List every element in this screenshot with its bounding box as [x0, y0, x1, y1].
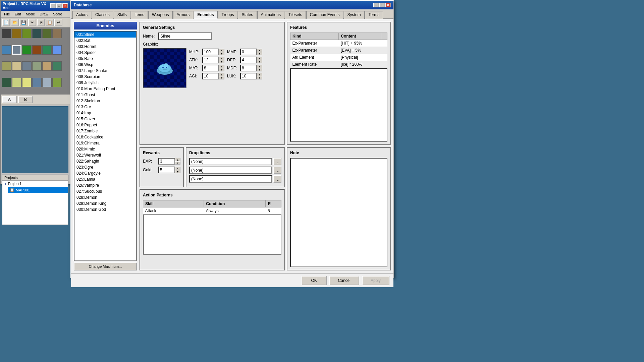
- menu-scale[interactable]: Scale: [51, 11, 64, 17]
- enemy-list-item-006[interactable]: 006:Wisp: [74, 62, 136, 68]
- enemy-list-item-003[interactable]: 003:Hornet: [74, 44, 136, 50]
- mdf-input[interactable]: [240, 65, 257, 71]
- ok-button[interactable]: OK: [302, 276, 327, 285]
- note-textarea[interactable]: [290, 158, 387, 267]
- tab-system[interactable]: System: [344, 11, 365, 19]
- drop-item-3-btn[interactable]: …: [273, 175, 281, 183]
- tab-weapons[interactable]: Weapons: [148, 11, 172, 19]
- gold-up[interactable]: ▲: [175, 167, 180, 170]
- def-input[interactable]: [240, 57, 257, 63]
- menu-edit[interactable]: Edit: [13, 11, 23, 17]
- enemy-list-item-018[interactable]: 018:Cockatrice: [74, 134, 136, 140]
- enemy-list-item-021[interactable]: 021:Werewolf: [74, 152, 136, 158]
- enemy-list-item-005[interactable]: 005:Rate: [74, 56, 136, 62]
- tab-enemies[interactable]: Enemies: [194, 11, 217, 19]
- dialog-close-btn[interactable]: ✕: [385, 3, 391, 7]
- agi-up[interactable]: ▲: [219, 73, 224, 76]
- enemy-list-item-024[interactable]: 024:Gargoyle: [74, 170, 136, 176]
- enemy-list-item-002[interactable]: 002:Bat: [74, 38, 136, 44]
- graphic-area[interactable]: [143, 48, 186, 88]
- gold-down[interactable]: ▼: [175, 170, 180, 173]
- tab-tilesets[interactable]: Tilesets: [285, 11, 306, 19]
- enemy-list-item-013[interactable]: 013:Orc: [74, 104, 136, 110]
- tab-troops[interactable]: Troops: [218, 11, 238, 19]
- map-canvas[interactable]: [2, 106, 68, 173]
- enemy-list-item-016[interactable]: 016:Puppet: [74, 122, 136, 128]
- mmp-input[interactable]: [240, 49, 257, 55]
- drop-item-2-btn[interactable]: …: [273, 167, 281, 174]
- editor-max-btn[interactable]: □: [56, 3, 62, 8]
- enemy-list-item-015[interactable]: 015:Gazer: [74, 116, 136, 122]
- agi-down[interactable]: ▼: [219, 76, 224, 79]
- mhp-down[interactable]: ▼: [219, 52, 224, 55]
- menu-file[interactable]: File: [2, 11, 12, 17]
- exp-down[interactable]: ▼: [175, 161, 180, 165]
- exp-up[interactable]: ▲: [175, 158, 180, 161]
- tab-items[interactable]: Items: [131, 11, 148, 19]
- project-map[interactable]: 📋 MAP001: [8, 187, 68, 193]
- mat-up[interactable]: ▲: [219, 65, 224, 68]
- mdf-down[interactable]: ▼: [257, 68, 262, 71]
- enemy-list-item-026[interactable]: 026:Vampire: [74, 182, 136, 188]
- menu-draw[interactable]: Draw: [38, 11, 50, 17]
- mmp-down[interactable]: ▼: [257, 52, 262, 55]
- atk-input[interactable]: [202, 57, 219, 63]
- toolbar-copy[interactable]: ⎘: [37, 19, 45, 26]
- enemy-list-item-014[interactable]: 014:Imp: [74, 110, 136, 116]
- mhp-up[interactable]: ▲: [219, 49, 224, 52]
- toolbar-paste[interactable]: 📋: [46, 19, 54, 26]
- drop-item-1-input[interactable]: [189, 158, 272, 165]
- ap-empty-area[interactable]: [143, 215, 281, 255]
- def-up[interactable]: ▲: [257, 57, 262, 60]
- enemy-list-item-025[interactable]: 025:Lamia: [74, 176, 136, 182]
- tab-common-events[interactable]: Common Events: [306, 11, 343, 19]
- editor-min-btn[interactable]: ─: [50, 3, 56, 8]
- enemy-list-item-019[interactable]: 019:Chimera: [74, 140, 136, 146]
- mat-down[interactable]: ▼: [219, 68, 224, 71]
- luk-input[interactable]: [240, 73, 257, 79]
- enemy-list-item-009[interactable]: 009:Jellyfish: [74, 80, 136, 86]
- mat-input[interactable]: [202, 65, 219, 71]
- def-down[interactable]: ▼: [257, 60, 262, 63]
- mdf-up[interactable]: ▲: [257, 65, 262, 68]
- luk-down[interactable]: ▼: [257, 76, 262, 79]
- enemy-list-item-008[interactable]: 008:Scorpion: [74, 74, 136, 80]
- luk-up[interactable]: ▲: [257, 73, 262, 76]
- project-root[interactable]: ● Project1: [2, 181, 68, 187]
- dialog-max-btn[interactable]: □: [379, 3, 385, 7]
- tab-terms[interactable]: Terms: [365, 11, 383, 19]
- enemy-list-item-011[interactable]: 011:Ghost: [74, 92, 136, 98]
- atk-down[interactable]: ▼: [219, 60, 224, 63]
- toolbar-open[interactable]: 📂: [11, 19, 19, 26]
- mmp-up[interactable]: ▲: [257, 49, 262, 52]
- atk-up[interactable]: ▲: [219, 57, 224, 60]
- toolbar-cut[interactable]: ✂: [28, 19, 36, 26]
- toolbar-new[interactable]: 📄: [2, 19, 10, 26]
- drop-item-2-input[interactable]: [189, 167, 272, 174]
- menu-mode[interactable]: Mode: [24, 11, 37, 17]
- enemy-list-item-017[interactable]: 017:Zombie: [74, 128, 136, 134]
- tab-animations[interactable]: Animations: [257, 11, 284, 19]
- tile-tab-a[interactable]: A: [2, 96, 17, 103]
- enemy-list-item-010[interactable]: 010:Man-Eating Plant: [74, 86, 136, 92]
- gold-input[interactable]: [158, 167, 175, 173]
- enemy-list[interactable]: 001:Slime002:Bat003:Hornet004:Spider005:…: [74, 31, 137, 261]
- tile-tab-b[interactable]: B: [18, 96, 33, 103]
- tab-states[interactable]: States: [238, 11, 257, 19]
- apply-button[interactable]: Apply: [362, 276, 389, 285]
- enemy-list-item-004[interactable]: 004:Spider: [74, 50, 136, 56]
- enemy-list-item-029[interactable]: 029:Demon King: [74, 200, 136, 206]
- enemy-list-item-012[interactable]: 012:Skeleton: [74, 98, 136, 104]
- drop-item-3-input[interactable]: [189, 175, 272, 183]
- tab-actors[interactable]: Actors: [72, 11, 91, 19]
- change-max-button[interactable]: Change Maximum...: [74, 262, 137, 270]
- editor-close-btn[interactable]: ✕: [62, 3, 68, 8]
- toolbar-undo[interactable]: ↩: [54, 19, 62, 26]
- tab-armors[interactable]: Armors: [173, 11, 194, 19]
- cancel-button[interactable]: Cancel: [329, 276, 359, 285]
- enemy-list-item-030[interactable]: 030:Demon God: [74, 206, 136, 213]
- agi-input[interactable]: [202, 73, 219, 79]
- enemy-list-item-028[interactable]: 028:Demon: [74, 194, 136, 200]
- enemy-list-item-022[interactable]: 022:Sahagin: [74, 158, 136, 164]
- features-empty-area[interactable]: [290, 68, 387, 142]
